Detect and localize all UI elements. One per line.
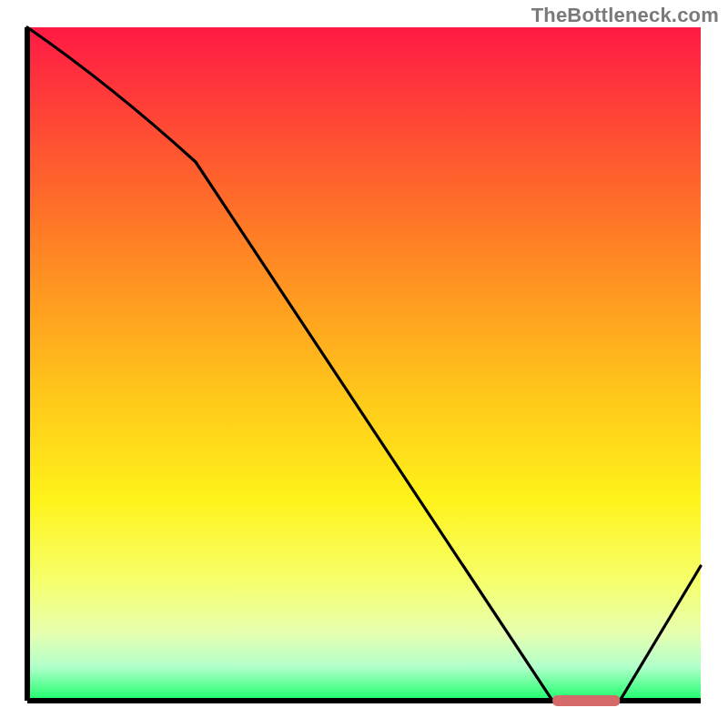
- optimal-range-marker: [552, 695, 620, 706]
- watermark-text: TheBottleneck.com: [531, 4, 719, 27]
- plot-area: [27, 27, 701, 701]
- bottleneck-chart: [0, 0, 728, 728]
